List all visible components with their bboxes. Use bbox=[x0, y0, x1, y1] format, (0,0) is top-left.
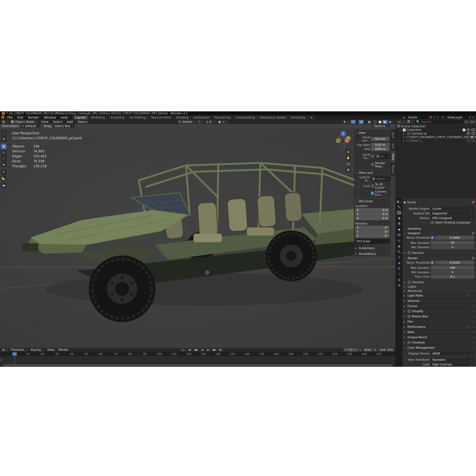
cursor-loc-z[interactable]: Z0 m bbox=[355, 216, 390, 220]
menu-render[interactable]: Render bbox=[26, 116, 41, 119]
view-menu[interactable]: View bbox=[46, 348, 56, 352]
prev-keyframe-button[interactable]: ◀◀ bbox=[193, 348, 199, 352]
zoom-button[interactable]: ⊕ bbox=[345, 149, 351, 155]
render-min-samples-field[interactable]: 0 bbox=[431, 270, 474, 274]
viewlayer-selector[interactable]: 🗇⌄ ViewLayer ⧉ ✕ bbox=[441, 116, 475, 119]
playhead-line[interactable] bbox=[14, 356, 15, 364]
scene-collection-row[interactable]: Scene Collection bbox=[396, 124, 476, 128]
freestyle-section[interactable]: ▸Freestyle∷∷ bbox=[403, 340, 476, 345]
menu-help[interactable]: Help bbox=[59, 116, 70, 119]
menu-window[interactable]: Window bbox=[42, 116, 58, 119]
preset-icon[interactable]: ☰ bbox=[472, 232, 475, 235]
tab-shading[interactable]: Shading bbox=[173, 115, 191, 120]
motion-blur-checkbox[interactable] bbox=[408, 315, 411, 318]
menu-edit[interactable]: Edit bbox=[15, 116, 25, 119]
view-transform-dropdown[interactable]: Standard⌄ bbox=[431, 358, 474, 362]
volumes-section[interactable]: ▸Volumes∷∷ bbox=[403, 298, 476, 303]
shading-material-icon[interactable]: ◐ bbox=[383, 120, 388, 124]
shading-wireframe-icon[interactable]: ◯ bbox=[373, 120, 377, 124]
scene-selector[interactable]: ◆⌄ Scene 📌 ⧉ ✕ bbox=[402, 116, 439, 119]
vp-noise-field[interactable]: 0.1000 bbox=[435, 236, 474, 240]
focal-length-field[interactable]: 50 mm bbox=[371, 137, 390, 141]
start-frame-field[interactable]: Start 1 bbox=[362, 348, 378, 352]
lights-subsection[interactable]: Lights bbox=[408, 285, 416, 288]
annotations-panel[interactable]: ▸Annotations∷∷ bbox=[354, 251, 391, 256]
camera-view-button[interactable] bbox=[345, 161, 351, 167]
local-camera-checkbox[interactable] bbox=[371, 155, 374, 158]
render-region-checkbox[interactable] bbox=[371, 163, 374, 166]
tab-data-properties[interactable]: ▽ bbox=[396, 272, 402, 276]
viewport-subsection[interactable]: ⌄Viewport☰ bbox=[403, 231, 476, 235]
menu-object[interactable]: Object bbox=[76, 120, 89, 124]
keying-menu[interactable]: Keying ⌄ bbox=[29, 348, 45, 352]
menu-add[interactable]: Add bbox=[65, 120, 75, 124]
orientation-setting-dropdown[interactable]: ⌖ Default⌄ bbox=[21, 124, 41, 128]
proportional-edit[interactable]: ◉∿⌄ bbox=[217, 120, 228, 124]
play-button[interactable]: ▶ bbox=[205, 348, 211, 352]
display-device-dropdown[interactable]: sRGB⌄ bbox=[431, 352, 474, 356]
orientation-dropdown[interactable]: ↯ Global ⌄ bbox=[177, 120, 196, 124]
render-subsection[interactable]: ⌄Render☰ bbox=[403, 256, 476, 260]
collection-row[interactable]: ⌄ Collection ✓ bbox=[396, 128, 476, 132]
curves-section[interactable]: ▸Curves∷∷ bbox=[403, 304, 476, 308]
tab-modifier-properties[interactable]: 🔧 bbox=[396, 249, 402, 254]
end-frame-field[interactable]: End 250 bbox=[378, 348, 395, 352]
tab-physics-properties[interactable]: ◉ bbox=[396, 260, 402, 265]
feature-set-dropdown[interactable]: Supported⌄ bbox=[431, 211, 474, 215]
lock-3d-cursor-checkbox[interactable] bbox=[371, 184, 374, 187]
grease-pencil-section[interactable]: ▸Grease Pencil∷∷ bbox=[403, 335, 476, 340]
cursor-rot-y[interactable]: Y0° bbox=[355, 230, 390, 234]
lock-to-object-field[interactable]: Object🖊 bbox=[371, 177, 391, 181]
tab-particles-properties[interactable]: ⁂ bbox=[396, 255, 402, 260]
cursor-loc-y[interactable]: Y0 m bbox=[355, 212, 390, 216]
jump-start-button[interactable]: |◀ bbox=[187, 348, 192, 352]
expand-arrow-icon[interactable]: ❯ bbox=[0, 358, 2, 361]
tab-tool[interactable]: Tool bbox=[391, 141, 395, 151]
navigation-gizmo[interactable]: Z Y X ⊕ ✋ ⊞ bbox=[334, 129, 357, 182]
clip-start-field[interactable]: 0.01 m bbox=[371, 143, 390, 147]
render-noise-checkbox[interactable]: ✓ bbox=[431, 261, 434, 264]
vp-min-samples-field[interactable]: 0 bbox=[431, 245, 474, 249]
tab-rendering[interactable]: Rendering bbox=[212, 115, 233, 120]
cursor-rot-x[interactable]: X0° bbox=[355, 226, 390, 230]
copy-icon[interactable]: ⧉ bbox=[469, 116, 471, 119]
tab-viewlayer-properties[interactable]: 🗇 bbox=[396, 221, 402, 226]
pin-icon[interactable]: 📌 bbox=[471, 201, 475, 204]
editor-type-button[interactable]: ⊞⌄ bbox=[1, 120, 9, 124]
annotate-tool[interactable]: ✎ bbox=[1, 169, 6, 175]
close-icon[interactable]: ✕ bbox=[436, 116, 438, 119]
filter-icon[interactable]: ▽⌄ bbox=[465, 120, 470, 124]
mode-dropdown[interactable]: Object Mode ⌄ bbox=[10, 120, 38, 124]
stopwatch-icon[interactable]: ◷ bbox=[359, 348, 361, 352]
add-cube-tool[interactable]: ⬒ bbox=[1, 183, 6, 188]
tab-collection-properties[interactable]: 🗀 bbox=[396, 238, 402, 243]
tab-blosm[interactable]: Blosm bbox=[391, 163, 395, 176]
render-max-samples-field[interactable]: 200 bbox=[431, 266, 474, 270]
marker-menu[interactable]: Marker bbox=[57, 348, 70, 352]
look-dropdown[interactable]: High Contrast⌄ bbox=[431, 362, 474, 366]
overlays-toggle[interactable]: ◎ bbox=[359, 120, 364, 124]
shading-rendered-icon[interactable]: ◑ bbox=[388, 120, 392, 124]
euler-dropdown[interactable]: XYZ Euler⌄ bbox=[355, 239, 390, 243]
camera-to-view-checkbox[interactable]: ✓ bbox=[371, 192, 374, 195]
freestyle-checkbox[interactable] bbox=[408, 341, 411, 344]
menu-file[interactable]: File bbox=[5, 116, 15, 119]
next-keyframe-button[interactable]: ▶▶ bbox=[211, 348, 217, 352]
search-input[interactable] bbox=[421, 120, 462, 124]
tab-scripting[interactable]: Scripting bbox=[289, 115, 307, 120]
tab-render-properties[interactable] bbox=[396, 210, 402, 215]
transform-tool[interactable]: ◈ bbox=[1, 162, 6, 167]
current-frame-field[interactable]: 1 bbox=[343, 348, 358, 352]
scale-tool[interactable]: ⤢ bbox=[1, 156, 6, 161]
camera-row[interactable]: ▸ 🎥 Camera ▣ bbox=[396, 132, 476, 135]
tab-geometry-nodes[interactable]: Geometry Nodes bbox=[257, 115, 289, 120]
properties-editor-type[interactable]: ▤⌄ bbox=[396, 199, 402, 204]
options-button[interactable]: Options⌄ bbox=[372, 124, 390, 128]
pan-hand-button[interactable]: ✋ bbox=[345, 155, 351, 161]
film-section[interactable]: ▸Film∷∷ bbox=[403, 319, 476, 324]
camera-visibility-icon[interactable] bbox=[472, 132, 475, 135]
select-box-tool[interactable]: ⬚ bbox=[1, 130, 6, 136]
copy-icon[interactable]: ⧉ bbox=[433, 116, 435, 119]
preset-icon[interactable]: ☰ bbox=[472, 256, 475, 260]
cursor-rot-z[interactable]: Z0° bbox=[355, 234, 390, 238]
